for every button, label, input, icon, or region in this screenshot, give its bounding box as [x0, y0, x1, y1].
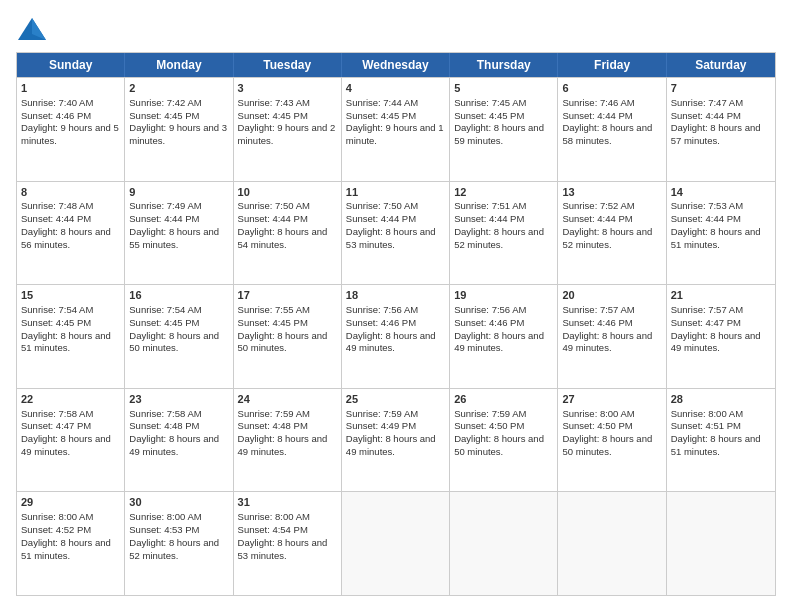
calendar-cell-20: 20Sunrise: 7:57 AM Sunset: 4:46 PM Dayli…: [558, 285, 666, 388]
calendar-cell-10: 10Sunrise: 7:50 AM Sunset: 4:44 PM Dayli…: [234, 182, 342, 285]
day-number: 17: [238, 288, 337, 303]
day-number: 1: [21, 81, 120, 96]
sun-info: Sunrise: 7:50 AM Sunset: 4:44 PM Dayligh…: [238, 200, 328, 249]
day-number: 21: [671, 288, 771, 303]
day-number: 7: [671, 81, 771, 96]
logo: [16, 16, 52, 42]
sun-info: Sunrise: 7:51 AM Sunset: 4:44 PM Dayligh…: [454, 200, 544, 249]
day-number: 18: [346, 288, 445, 303]
sun-info: Sunrise: 8:00 AM Sunset: 4:53 PM Dayligh…: [129, 511, 219, 560]
sun-info: Sunrise: 7:42 AM Sunset: 4:45 PM Dayligh…: [129, 97, 227, 146]
sun-info: Sunrise: 7:54 AM Sunset: 4:45 PM Dayligh…: [21, 304, 111, 353]
sun-info: Sunrise: 7:40 AM Sunset: 4:46 PM Dayligh…: [21, 97, 119, 146]
calendar-cell-empty: [667, 492, 775, 595]
page-header: [16, 16, 776, 42]
day-number: 9: [129, 185, 228, 200]
day-number: 30: [129, 495, 228, 510]
sun-info: Sunrise: 7:57 AM Sunset: 4:46 PM Dayligh…: [562, 304, 652, 353]
day-number: 3: [238, 81, 337, 96]
sun-info: Sunrise: 7:57 AM Sunset: 4:47 PM Dayligh…: [671, 304, 761, 353]
calendar-cell-3: 3Sunrise: 7:43 AM Sunset: 4:45 PM Daylig…: [234, 78, 342, 181]
day-header-monday: Monday: [125, 53, 233, 77]
calendar-cell-12: 12Sunrise: 7:51 AM Sunset: 4:44 PM Dayli…: [450, 182, 558, 285]
calendar-cell-28: 28Sunrise: 8:00 AM Sunset: 4:51 PM Dayli…: [667, 389, 775, 492]
calendar-cell-25: 25Sunrise: 7:59 AM Sunset: 4:49 PM Dayli…: [342, 389, 450, 492]
day-number: 14: [671, 185, 771, 200]
calendar-cell-27: 27Sunrise: 8:00 AM Sunset: 4:50 PM Dayli…: [558, 389, 666, 492]
calendar-cell-19: 19Sunrise: 7:56 AM Sunset: 4:46 PM Dayli…: [450, 285, 558, 388]
sun-info: Sunrise: 7:47 AM Sunset: 4:44 PM Dayligh…: [671, 97, 761, 146]
calendar-body: 1Sunrise: 7:40 AM Sunset: 4:46 PM Daylig…: [17, 77, 775, 595]
logo-icon: [16, 16, 48, 42]
day-number: 15: [21, 288, 120, 303]
calendar-row-0: 1Sunrise: 7:40 AM Sunset: 4:46 PM Daylig…: [17, 77, 775, 181]
day-number: 27: [562, 392, 661, 407]
calendar-cell-4: 4Sunrise: 7:44 AM Sunset: 4:45 PM Daylig…: [342, 78, 450, 181]
sun-info: Sunrise: 7:48 AM Sunset: 4:44 PM Dayligh…: [21, 200, 111, 249]
day-number: 29: [21, 495, 120, 510]
sun-info: Sunrise: 7:49 AM Sunset: 4:44 PM Dayligh…: [129, 200, 219, 249]
day-number: 22: [21, 392, 120, 407]
sun-info: Sunrise: 7:59 AM Sunset: 4:49 PM Dayligh…: [346, 408, 436, 457]
day-header-wednesday: Wednesday: [342, 53, 450, 77]
sun-info: Sunrise: 7:52 AM Sunset: 4:44 PM Dayligh…: [562, 200, 652, 249]
calendar-cell-empty: [558, 492, 666, 595]
sun-info: Sunrise: 7:43 AM Sunset: 4:45 PM Dayligh…: [238, 97, 336, 146]
calendar: SundayMondayTuesdayWednesdayThursdayFrid…: [16, 52, 776, 596]
calendar-cell-16: 16Sunrise: 7:54 AM Sunset: 4:45 PM Dayli…: [125, 285, 233, 388]
sun-info: Sunrise: 7:58 AM Sunset: 4:48 PM Dayligh…: [129, 408, 219, 457]
sun-info: Sunrise: 7:45 AM Sunset: 4:45 PM Dayligh…: [454, 97, 544, 146]
calendar-cell-7: 7Sunrise: 7:47 AM Sunset: 4:44 PM Daylig…: [667, 78, 775, 181]
calendar-cell-2: 2Sunrise: 7:42 AM Sunset: 4:45 PM Daylig…: [125, 78, 233, 181]
day-number: 16: [129, 288, 228, 303]
sun-info: Sunrise: 8:00 AM Sunset: 4:52 PM Dayligh…: [21, 511, 111, 560]
sun-info: Sunrise: 7:59 AM Sunset: 4:48 PM Dayligh…: [238, 408, 328, 457]
calendar-cell-14: 14Sunrise: 7:53 AM Sunset: 4:44 PM Dayli…: [667, 182, 775, 285]
calendar-cell-23: 23Sunrise: 7:58 AM Sunset: 4:48 PM Dayli…: [125, 389, 233, 492]
sun-info: Sunrise: 7:44 AM Sunset: 4:45 PM Dayligh…: [346, 97, 444, 146]
sun-info: Sunrise: 8:00 AM Sunset: 4:54 PM Dayligh…: [238, 511, 328, 560]
calendar-cell-24: 24Sunrise: 7:59 AM Sunset: 4:48 PM Dayli…: [234, 389, 342, 492]
day-number: 31: [238, 495, 337, 510]
sun-info: Sunrise: 7:46 AM Sunset: 4:44 PM Dayligh…: [562, 97, 652, 146]
calendar-cell-8: 8Sunrise: 7:48 AM Sunset: 4:44 PM Daylig…: [17, 182, 125, 285]
calendar-cell-empty: [450, 492, 558, 595]
calendar-cell-1: 1Sunrise: 7:40 AM Sunset: 4:46 PM Daylig…: [17, 78, 125, 181]
sun-info: Sunrise: 8:00 AM Sunset: 4:51 PM Dayligh…: [671, 408, 761, 457]
day-number: 19: [454, 288, 553, 303]
calendar-row-4: 29Sunrise: 8:00 AM Sunset: 4:52 PM Dayli…: [17, 491, 775, 595]
calendar-row-2: 15Sunrise: 7:54 AM Sunset: 4:45 PM Dayli…: [17, 284, 775, 388]
calendar-row-3: 22Sunrise: 7:58 AM Sunset: 4:47 PM Dayli…: [17, 388, 775, 492]
calendar-cell-11: 11Sunrise: 7:50 AM Sunset: 4:44 PM Dayli…: [342, 182, 450, 285]
day-number: 2: [129, 81, 228, 96]
day-number: 13: [562, 185, 661, 200]
day-header-sunday: Sunday: [17, 53, 125, 77]
calendar-cell-9: 9Sunrise: 7:49 AM Sunset: 4:44 PM Daylig…: [125, 182, 233, 285]
day-number: 23: [129, 392, 228, 407]
calendar-cell-13: 13Sunrise: 7:52 AM Sunset: 4:44 PM Dayli…: [558, 182, 666, 285]
sun-info: Sunrise: 7:56 AM Sunset: 4:46 PM Dayligh…: [454, 304, 544, 353]
sun-info: Sunrise: 7:50 AM Sunset: 4:44 PM Dayligh…: [346, 200, 436, 249]
day-header-saturday: Saturday: [667, 53, 775, 77]
day-number: 24: [238, 392, 337, 407]
sun-info: Sunrise: 7:58 AM Sunset: 4:47 PM Dayligh…: [21, 408, 111, 457]
calendar-cell-17: 17Sunrise: 7:55 AM Sunset: 4:45 PM Dayli…: [234, 285, 342, 388]
day-header-thursday: Thursday: [450, 53, 558, 77]
calendar-cell-29: 29Sunrise: 8:00 AM Sunset: 4:52 PM Dayli…: [17, 492, 125, 595]
calendar-cell-18: 18Sunrise: 7:56 AM Sunset: 4:46 PM Dayli…: [342, 285, 450, 388]
day-number: 28: [671, 392, 771, 407]
calendar-cell-empty: [342, 492, 450, 595]
calendar-cell-26: 26Sunrise: 7:59 AM Sunset: 4:50 PM Dayli…: [450, 389, 558, 492]
day-number: 20: [562, 288, 661, 303]
calendar-cell-15: 15Sunrise: 7:54 AM Sunset: 4:45 PM Dayli…: [17, 285, 125, 388]
day-header-friday: Friday: [558, 53, 666, 77]
calendar-cell-21: 21Sunrise: 7:57 AM Sunset: 4:47 PM Dayli…: [667, 285, 775, 388]
calendar-row-1: 8Sunrise: 7:48 AM Sunset: 4:44 PM Daylig…: [17, 181, 775, 285]
day-number: 6: [562, 81, 661, 96]
sun-info: Sunrise: 7:53 AM Sunset: 4:44 PM Dayligh…: [671, 200, 761, 249]
day-header-tuesday: Tuesday: [234, 53, 342, 77]
day-number: 10: [238, 185, 337, 200]
sun-info: Sunrise: 8:00 AM Sunset: 4:50 PM Dayligh…: [562, 408, 652, 457]
sun-info: Sunrise: 7:56 AM Sunset: 4:46 PM Dayligh…: [346, 304, 436, 353]
day-number: 11: [346, 185, 445, 200]
